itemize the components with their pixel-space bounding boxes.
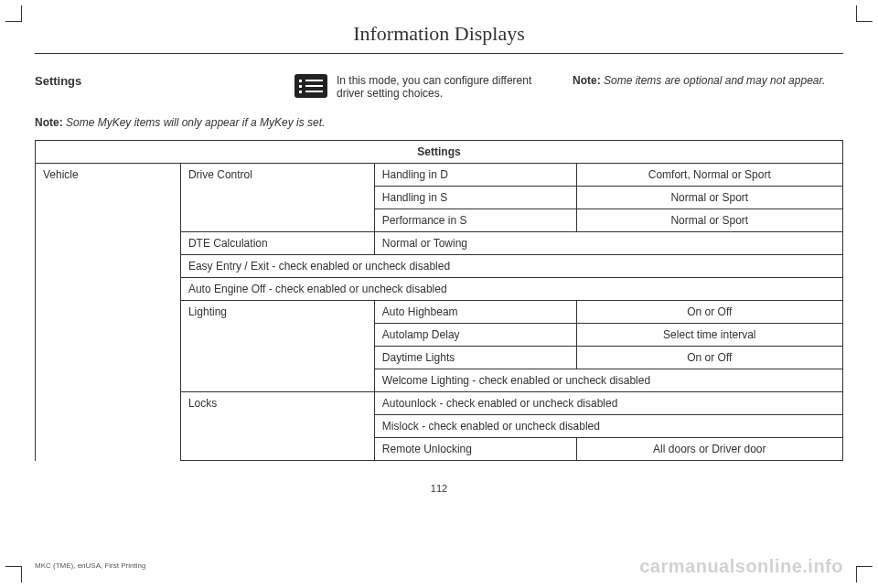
cell-remote-val: All doors or Driver door [576, 438, 842, 461]
cell-perf-s-val: Normal or Sport [576, 209, 842, 232]
cell-easy-entry: Easy Entry / Exit - check enabled or unc… [180, 255, 842, 278]
cell-handling-s: Handling in S [374, 187, 576, 209]
cell-auto-highbeam-val: On or Off [576, 301, 842, 324]
cell-dte-val: Normal or Towing [374, 232, 842, 255]
crop-mark [856, 5, 873, 22]
intro-row: Settings In this mode, you can configure… [35, 74, 843, 100]
settings-heading: Settings [35, 74, 282, 88]
cell-handling-d-val: Comfort, Normal or Sport [576, 164, 842, 187]
cell-remote: Remote Unlocking [374, 438, 576, 461]
list-icon [294, 74, 327, 98]
footer-text: MKC (TME), enUSA, First Printing [35, 561, 145, 570]
watermark: carmanualsonline.info [639, 556, 843, 577]
note-label: Note: [35, 116, 63, 129]
table-header: Settings [36, 141, 843, 164]
cell-handling-s-val: Normal or Sport [576, 187, 842, 209]
note-row: Note: Some MyKey items will only appear … [35, 116, 843, 129]
cell-autounlock: Autounlock - check enabled or uncheck di… [374, 392, 842, 415]
note-text: Some MyKey items will only appear if a M… [63, 116, 326, 129]
page-title: Information Displays [35, 16, 843, 54]
note-text: Some items are optional and may not appe… [601, 74, 826, 87]
cell-mislock: Mislock - check enabled or uncheck disab… [374, 415, 842, 438]
cell-welcome: Welcome Lighting - check enabled or unch… [374, 369, 842, 392]
cell-daytime-val: On or Off [576, 347, 842, 369]
cell-perf-s: Performance in S [374, 209, 576, 232]
crop-mark [5, 566, 22, 583]
cell-auto-engine: Auto Engine Off - check enabled or unche… [180, 278, 842, 301]
note-label: Note: [573, 74, 601, 87]
cell-daytime: Daytime Lights [374, 347, 576, 369]
page-number: 112 [35, 483, 843, 494]
cell-auto-highbeam: Auto Highbeam [374, 301, 576, 324]
cell-autolamp-val: Select time interval [576, 324, 842, 347]
crop-mark [5, 5, 22, 22]
cell-handling-d: Handling in D [374, 164, 576, 187]
settings-description: In this mode, you can configure differen… [337, 74, 560, 100]
crop-mark [856, 566, 873, 583]
cell-locks: Locks [180, 392, 374, 461]
settings-table: Settings Vehicle Drive Control Handling … [35, 140, 843, 461]
cell-lighting: Lighting [180, 301, 374, 392]
cell-dte: DTE Calculation [180, 232, 374, 255]
cell-vehicle: Vehicle [36, 164, 181, 461]
cell-autolamp: Autolamp Delay [374, 324, 576, 347]
cell-drive-control: Drive Control [180, 164, 374, 232]
